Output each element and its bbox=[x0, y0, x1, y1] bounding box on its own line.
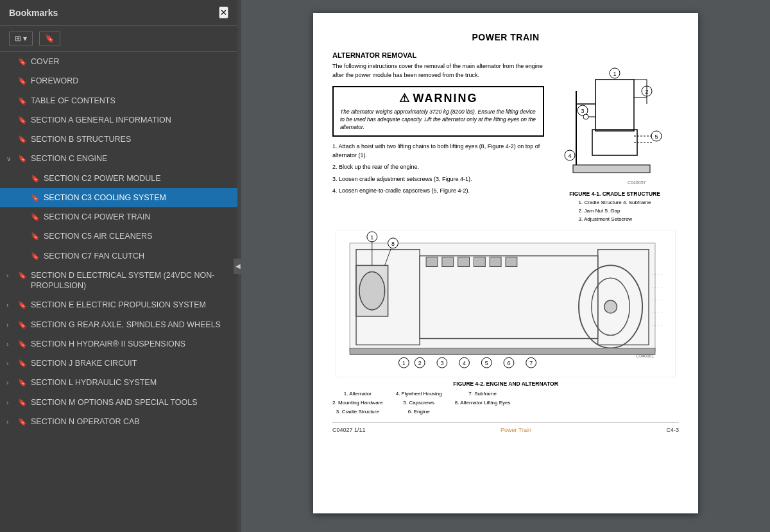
sidebar-item-sec-c4[interactable]: 🔖SECTION C4 POWER TRAIN bbox=[0, 207, 237, 227]
nav-item-label: SECTION C5 AIR CLEANERS bbox=[44, 231, 231, 241]
sidebar-item-sec-d[interactable]: ›🔖SECTION D ELECTRICAL SYSTEM (24VDC NON… bbox=[0, 266, 237, 296]
sidebar-item-sec-b[interactable]: 🔖SECTION B STRUCTURES bbox=[0, 130, 237, 149]
nav-item-label: SECTION H HYDRAIR® II SUSPENSIONS bbox=[31, 339, 231, 349]
footer-section-name: Power Train bbox=[501, 427, 531, 433]
svg-text:C040081: C040081 bbox=[636, 354, 654, 359]
legend-item-2: 2. Mounting Hardware bbox=[332, 399, 383, 408]
legend-item-8: 8. Alternator Lifting Eyes bbox=[455, 399, 511, 408]
footer-page-info: C04027 1/11 bbox=[332, 427, 366, 433]
sidebar-item-sec-m[interactable]: ›🔖SECTION M OPTIONS AND SPECIAL TOOLS bbox=[0, 393, 237, 412]
legend-item-4: 4. Flywheel Housing bbox=[396, 390, 442, 399]
nav-item-label: SECTION C ENGINE bbox=[31, 153, 231, 164]
sidebar-item-cover[interactable]: 🔖COVER bbox=[0, 52, 237, 71]
legend-col2: 4. Flywheel Housing 5. Capscrews 6. Engi… bbox=[396, 390, 442, 416]
svg-text:3: 3 bbox=[440, 361, 443, 367]
sidebar-item-sec-n[interactable]: ›🔖SECTION N OPERATOR CAB bbox=[0, 412, 237, 431]
bookmark-icon: 🔖 bbox=[31, 232, 40, 241]
legend-item-7: 7. Subframe bbox=[455, 390, 511, 399]
bookmark-icon: 🔖 bbox=[18, 57, 27, 66]
nav-item-label: SECTION C7 FAN CLUTCH bbox=[44, 251, 231, 261]
steps-list: 1. Attach a hoist with two lifting chain… bbox=[332, 142, 544, 196]
nav-item-label: SECTION M OPTIONS AND SPECIAL TOOLS bbox=[31, 397, 231, 408]
sidebar-item-sec-c2[interactable]: 🔖SECTION C2 POWER MODULE bbox=[0, 169, 237, 188]
resize-handle[interactable]: ◀ bbox=[237, 0, 241, 532]
nav-item-label: SECTION D ELECTRICAL SYSTEM (24VDC NON-P… bbox=[31, 270, 231, 291]
sidebar-item-sec-c5[interactable]: 🔖SECTION C5 AIR CLEANERS bbox=[0, 227, 237, 246]
warning-title: WARNING bbox=[413, 92, 478, 105]
grid-icon: ⊞ bbox=[15, 34, 21, 43]
bookmark-icon: 🔖 bbox=[18, 116, 27, 124]
sidebar-item-sec-l[interactable]: ›🔖SECTION L HYDRAULIC SYSTEM bbox=[0, 373, 237, 392]
sidebar-nav: 🔖COVER🔖FOREWORD🔖TABLE OF CONTENTS🔖SECTIO… bbox=[0, 52, 237, 532]
sidebar-item-sec-j[interactable]: ›🔖SECTION J BRAKE CIRCUIT bbox=[0, 354, 237, 373]
svg-text:. . . .: . . . . bbox=[652, 296, 662, 302]
sidebar-item-sec-a[interactable]: 🔖SECTION A GENERAL INFORMATION bbox=[0, 110, 237, 130]
nav-item-label: SECTION G REAR AXLE, SPINDLES AND WHEELS bbox=[31, 320, 231, 330]
collapse-sidebar-button[interactable]: ◀ bbox=[234, 259, 243, 274]
sidebar-item-sec-g[interactable]: ›🔖SECTION G REAR AXLE, SPINDLES AND WHEE… bbox=[0, 315, 237, 334]
main-content: POWER TRAIN ALTERNATOR REMOVAL The follo… bbox=[241, 0, 770, 532]
sidebar-toolbar: ⊞ ▾ 🔖 bbox=[0, 26, 237, 52]
svg-text:5: 5 bbox=[485, 361, 488, 367]
svg-text:4: 4 bbox=[568, 153, 571, 159]
view-mode-button[interactable]: ⊞ ▾ bbox=[9, 31, 33, 46]
nav-item-label: SECTION N OPERATOR CAB bbox=[31, 416, 231, 427]
svg-rect-33 bbox=[490, 257, 501, 267]
sidebar-item-sec-e[interactable]: ›🔖SECTION E ELECTRIC PROPULSION SYSTEM bbox=[0, 295, 237, 314]
figure2-section: 1 1 2 3 4 5 6 7 . . . . bbox=[332, 230, 679, 416]
cradle-structure-diagram: 1 2 3 4 5 bbox=[557, 62, 672, 191]
bookmark-icon: 🔖 bbox=[18, 320, 27, 329]
text-column: The following instructions cover the rem… bbox=[332, 62, 544, 223]
expand-arrow-icon: › bbox=[6, 359, 14, 368]
legend-item-5: 5. Capscrews bbox=[396, 399, 442, 408]
legend-item-6: 6. Engine bbox=[396, 408, 442, 416]
sidebar-item-sec-c[interactable]: ∨🔖SECTION C ENGINE bbox=[0, 149, 237, 168]
svg-text:5: 5 bbox=[654, 133, 658, 140]
bookmark-button[interactable]: 🔖 bbox=[39, 31, 60, 46]
intro-paragraph: The following instructions cover the rem… bbox=[332, 62, 544, 80]
sidebar-item-toc[interactable]: 🔖TABLE OF CONTENTS bbox=[0, 91, 237, 110]
close-button[interactable]: ✕ bbox=[219, 6, 228, 19]
svg-point-28 bbox=[359, 272, 385, 310]
svg-point-19 bbox=[583, 114, 588, 119]
legend-item-1: 1. Alternator bbox=[332, 390, 383, 399]
svg-rect-14 bbox=[573, 165, 650, 173]
bookmark-icon: 🔖 bbox=[31, 174, 40, 183]
page-title: POWER TRAIN bbox=[332, 32, 679, 42]
svg-point-37 bbox=[604, 300, 617, 313]
bookmark-icon: 🔖 bbox=[18, 359, 27, 368]
expand-arrow-icon: › bbox=[6, 379, 14, 387]
figure1-legend: 1. Cradle Structure 4. Subframe 2. Jam N… bbox=[579, 199, 651, 223]
nav-item-label: FOREWORD bbox=[31, 76, 231, 86]
svg-rect-29 bbox=[426, 257, 438, 267]
sidebar-item-sec-c7[interactable]: 🔖SECTION C7 FAN CLUTCH bbox=[0, 246, 237, 266]
sidebar-item-sec-h[interactable]: ›🔖SECTION H HYDRAIR® II SUSPENSIONS bbox=[0, 334, 237, 354]
svg-text:C040057: C040057 bbox=[628, 180, 646, 185]
nav-item-label: COVER bbox=[31, 56, 231, 67]
nav-item-label: SECTION J BRAKE CIRCUIT bbox=[31, 358, 231, 368]
pdf-footer: C04027 1/11 Power Train C4-3 bbox=[332, 422, 679, 433]
bookmark-icon: 🔖 bbox=[31, 193, 40, 202]
content-area: The following instructions cover the rem… bbox=[332, 62, 679, 223]
warning-body: The alternator weighs approximately 3720… bbox=[340, 108, 536, 132]
svg-rect-11 bbox=[592, 130, 637, 155]
nav-item-label: SECTION C4 POWER TRAIN bbox=[44, 212, 231, 222]
nav-item-label: SECTION C2 POWER MODULE bbox=[44, 173, 231, 184]
svg-text:6: 6 bbox=[507, 361, 510, 367]
nav-item-label: SECTION C3 COOLING SYSTEM bbox=[44, 193, 231, 203]
bookmark-icon: 🔖 bbox=[18, 271, 27, 280]
sidebar-item-sec-c3[interactable]: 🔖SECTION C3 COOLING SYSTEM bbox=[0, 188, 237, 207]
expand-arrow-icon: › bbox=[6, 399, 14, 407]
legend-item-3: 3. Cradle Structure bbox=[332, 408, 383, 416]
nav-item-label: SECTION A GENERAL INFORMATION bbox=[31, 115, 231, 125]
nav-item-label: SECTION E ELECTRIC PROPULSION SYSTEM bbox=[31, 300, 231, 310]
figure2-legend: 1. Alternator 2. Mounting Hardware 3. Cr… bbox=[332, 390, 679, 416]
expand-arrow-icon: › bbox=[6, 271, 14, 280]
section-heading: ALTERNATOR REMOVAL bbox=[332, 51, 679, 59]
warning-header: ⚠ WARNING bbox=[340, 91, 536, 105]
bookmark-icon: 🔖 bbox=[31, 252, 40, 261]
legend-col1: 1. Alternator 2. Mounting Hardware 3. Cr… bbox=[332, 390, 383, 416]
dropdown-arrow: ▾ bbox=[23, 34, 27, 43]
svg-rect-55 bbox=[350, 348, 655, 355]
sidebar-item-foreword[interactable]: 🔖FOREWORD bbox=[0, 71, 237, 90]
